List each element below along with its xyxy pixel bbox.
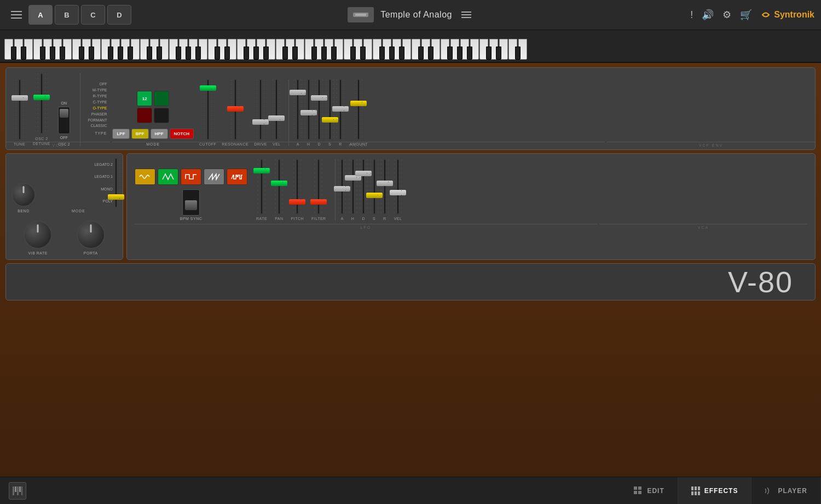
svg-rect-15 (695, 491, 697, 495)
wave-multi[interactable] (227, 169, 247, 185)
svg-rect-11 (691, 486, 693, 490)
bend-knob[interactable] (11, 183, 36, 207)
vcf-amount-handle[interactable] (350, 101, 367, 106)
wave-square[interactable] (181, 169, 201, 185)
lfo-wave-buttons (135, 169, 247, 185)
lfo-rate-label: RATE (256, 217, 267, 221)
cutoff-fader: CUTOFF (199, 79, 216, 146)
tab-c[interactable]: C (81, 5, 105, 25)
bottom-tab-edit[interactable]: EDIT (621, 477, 678, 504)
vca-section-label: VCA (698, 225, 709, 229)
cart-icon[interactable]: 🛒 (740, 9, 752, 21)
vcf-h-handle[interactable] (300, 110, 317, 115)
speaker-icon[interactable]: 🔊 (702, 9, 714, 21)
vca-s-handle[interactable] (366, 193, 383, 198)
tab-a[interactable]: A (28, 5, 53, 25)
type-ctype[interactable]: C-TYPE (88, 100, 107, 106)
vcf-d-fader: D (318, 79, 321, 146)
osc2-switch-group: ON OFF OSC 2 (58, 101, 70, 146)
lfo-pan-handle[interactable] (271, 181, 287, 186)
vca-vel-label: VEL (394, 217, 402, 221)
vcf-s-handle[interactable] (322, 117, 338, 123)
tab-b[interactable]: B (55, 5, 79, 25)
vcf-d-handle[interactable] (311, 95, 327, 101)
tab-d[interactable]: D (107, 5, 131, 25)
vcf-r-track (339, 79, 342, 140)
osc2-toggle[interactable] (58, 107, 70, 134)
piano-roll-icon[interactable] (9, 482, 26, 500)
cutoff-handle[interactable] (200, 85, 216, 91)
type-off[interactable]: OFF (88, 82, 107, 88)
osc2-detune-handle[interactable] (33, 95, 50, 100)
vca-a-track (341, 159, 343, 214)
tune-track (19, 79, 21, 140)
wave-saw[interactable] (204, 169, 224, 185)
matrix-cell-2[interactable] (154, 91, 169, 106)
vca-a-handle[interactable] (334, 186, 350, 192)
menu-icon[interactable] (7, 5, 26, 25)
vca-h-track (352, 159, 354, 214)
drive-handle[interactable] (252, 119, 269, 125)
mode-inner: LEGATO 2 LEGATO 1 MONO POLY (94, 158, 117, 207)
mode-handle[interactable] (108, 194, 124, 200)
wave-tri[interactable] (158, 169, 178, 185)
vca-r-handle[interactable] (377, 181, 393, 186)
svg-rect-4 (17, 486, 19, 495)
lfo-vca-labels-row: LFO VCA (135, 224, 807, 229)
vcf-r-handle[interactable] (332, 106, 349, 112)
type-mtype[interactable]: M-TYPE (88, 88, 107, 94)
wave-sine[interactable] (135, 169, 155, 185)
lfo-filter-handle[interactable] (310, 199, 327, 205)
resonance-handle[interactable] (227, 106, 244, 112)
bpf-btn[interactable]: BPF (131, 129, 149, 139)
bpm-sync-toggle[interactable] (182, 189, 200, 216)
vcf-s-track (329, 79, 331, 140)
drive-fader: DRIVE (254, 79, 267, 146)
legato2-label: LEGATO 2 (94, 163, 113, 166)
porta-knob[interactable] (77, 221, 105, 249)
lpf-btn[interactable]: LPF (112, 129, 129, 139)
filter-type-list: OFF M-TYPE R-TYPE C-TYPE O-TYPE PHASER F… (88, 82, 107, 129)
vca-vel-handle[interactable] (390, 190, 406, 195)
vcf-env-label-bar: VCF ENV (607, 142, 815, 147)
vcf-a-handle[interactable] (290, 90, 306, 95)
vca-label-bar: VCA (599, 224, 807, 229)
vib-rate-label: VIB RATE (28, 251, 48, 255)
lfo-pitch-handle[interactable] (289, 199, 305, 205)
vcf-env-section-label: VCF ENV (699, 143, 723, 147)
preset-menu-icon[interactable] (459, 7, 474, 22)
vco-label-bar: VCO (6, 142, 110, 147)
hpf-btn[interactable]: HPF (151, 129, 168, 139)
osc2-detune-fader: OSC 2DETUNE (33, 73, 50, 146)
matrix-cell-1[interactable]: 12 (137, 91, 152, 106)
matrix-cell-3[interactable] (137, 108, 152, 123)
vca-d-handle[interactable] (355, 171, 372, 176)
alert-icon[interactable]: ! (690, 9, 693, 21)
top-bar-right: ! 🔊 ⚙ 🛒 Syntronik (690, 9, 814, 21)
vcf-d-track (318, 79, 320, 140)
type-formant[interactable]: FORMANT (88, 118, 107, 124)
svg-rect-14 (691, 491, 693, 495)
vca-d-label: D (362, 217, 365, 221)
player-tab-label: PLAYER (778, 487, 807, 495)
vel-handle[interactable] (268, 115, 285, 121)
type-phaser[interactable]: PHASER (88, 112, 107, 118)
vib-rate-knob[interactable] (24, 221, 52, 249)
lfo-rate-handle[interactable] (253, 168, 270, 173)
notch-btn[interactable]: NOTCH (170, 129, 194, 139)
lfo-pan-label: PAN (275, 217, 283, 221)
top-bar: A B C D Temple of Analog ! 🔊 ⚙ 🛒 Syntron… (0, 0, 821, 30)
gear-icon[interactable]: ⚙ (722, 9, 731, 21)
type-otype[interactable]: O-TYPE (88, 106, 107, 112)
vcf-s-fader: S (328, 79, 331, 146)
type-rtype[interactable]: R-TYPE (88, 94, 107, 100)
type-classic[interactable]: CLASSIC (88, 123, 107, 129)
matrix-cell-4[interactable] (154, 108, 169, 123)
vcf-a-fader: A (297, 79, 299, 146)
svg-rect-6 (21, 486, 22, 495)
tune-handle[interactable] (11, 95, 28, 101)
bottom-tab-player[interactable]: PLAYER (751, 477, 821, 504)
bottom-tab-effects[interactable]: EFFECTS (678, 477, 752, 504)
filter-mode-buttons: LPF BPF HPF NOTCH (112, 129, 194, 139)
mode-labels: LEGATO 2 LEGATO 1 MONO POLY (94, 158, 113, 207)
